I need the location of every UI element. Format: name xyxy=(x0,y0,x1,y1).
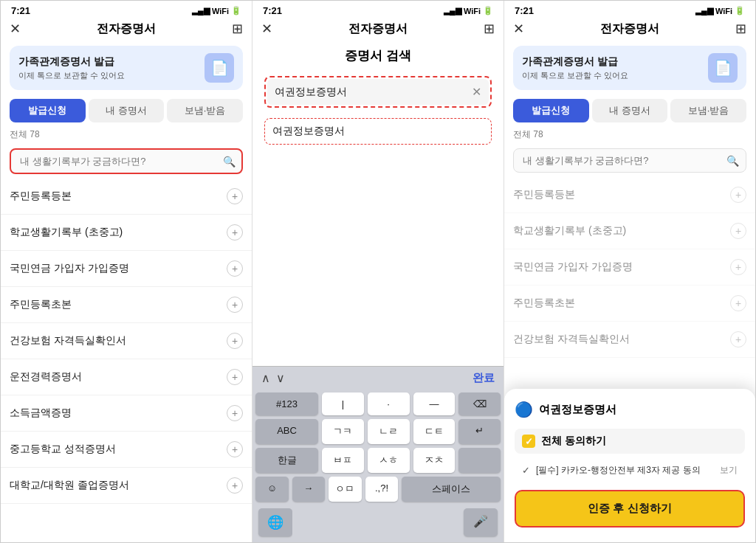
list-item[interactable]: 학교생활기록부 (초중고) + xyxy=(1,215,252,251)
agree-view-link[interactable]: 보기 xyxy=(720,464,738,477)
plus-icon[interactable]: + xyxy=(227,188,243,204)
spacer xyxy=(252,151,504,366)
plus-icon[interactable]: + xyxy=(227,405,243,421)
plus-icon[interactable]: + xyxy=(227,297,243,313)
qr-icon-2[interactable]: ⊞ xyxy=(484,21,495,37)
nav-bar-3: ✕ 전자증명서 ⊞ xyxy=(504,18,755,41)
search-input-1[interactable] xyxy=(10,148,243,174)
kb-key-emoji[interactable]: ☺ xyxy=(255,477,289,502)
auth-submit-button[interactable]: 인증 후 신청하기 xyxy=(515,490,745,528)
kb-key-pipe[interactable]: | xyxy=(322,392,364,415)
battery-icon: 🔋 xyxy=(231,6,241,15)
kb-key-space[interactable]: 스페이스 xyxy=(402,477,501,502)
list-item[interactable]: 건강보험 자격득실확인서 + xyxy=(504,322,755,358)
plus-icon[interactable]: + xyxy=(227,260,243,277)
plus-icon[interactable]: + xyxy=(227,441,243,457)
kb-key-empty xyxy=(458,448,501,473)
banner-3[interactable]: 가족관계증명서 발급 이제 톡으로 보관할 수 있어요 📄 xyxy=(513,46,746,90)
chevron-down-icon[interactable]: ∨ xyxy=(276,371,285,385)
status-time-2: 7:21 xyxy=(263,5,282,16)
modal-agree-all[interactable]: ✓ 전체 동의하기 xyxy=(515,429,745,454)
list-item[interactable]: 국민연금 가입자 가입증명 + xyxy=(504,249,755,286)
search-icon-3: 🔍 xyxy=(726,155,739,167)
kb-key-backspace[interactable]: ⌫ xyxy=(458,392,501,415)
kb-key-hangul[interactable]: 한글 xyxy=(255,448,318,473)
modal-header: 🔵 여권정보증명서 xyxy=(515,401,745,418)
modal-agree-required: ✓ [필수] 카카오-행정안전부 제3자 제공 동의 보기 xyxy=(515,460,745,481)
modal-title: 여권정보증명서 xyxy=(539,403,616,417)
search-page-title: 증명서 검색 xyxy=(252,41,504,72)
kb-key-jch[interactable]: ㅈㅊ xyxy=(413,448,456,473)
kb-key-globe[interactable]: 🌐 xyxy=(258,508,292,536)
list-item[interactable]: 주민등록등본 + xyxy=(1,179,252,215)
nav-title-1: 전자증명서 xyxy=(97,21,156,37)
chevron-up-icon[interactable]: ∧ xyxy=(261,371,270,385)
checkbox-all-checked[interactable]: ✓ xyxy=(522,435,535,448)
list-item[interactable]: 건강보험 자격득실확인서 + xyxy=(1,323,252,359)
tab-my-1[interactable]: 내 증명서 xyxy=(89,99,165,122)
close-button-3[interactable]: ✕ xyxy=(513,21,524,37)
plus-icon[interactable]: + xyxy=(227,369,243,385)
list-item[interactable]: 국민연금 가입자 가입증명 + xyxy=(1,251,252,287)
agree-required-text: [필수] 카카오-행정안전부 제3자 제공 동의 xyxy=(536,464,701,477)
kb-key-hash[interactable]: #123 xyxy=(255,392,318,415)
close-button-2[interactable]: ✕ xyxy=(261,21,272,37)
tab-sent-1[interactable]: 보냄·받음 xyxy=(167,99,243,122)
kb-row-4: ☺ → ㅇㅁ .,?! 스페이스 xyxy=(255,477,501,502)
list-item[interactable]: 운전경력증명서 + xyxy=(1,359,252,395)
plus-icon[interactable]: + xyxy=(730,187,746,203)
list-item[interactable]: 소득금액증명 + xyxy=(1,395,252,432)
kb-key-punct[interactable]: .,?! xyxy=(365,477,399,502)
plus-icon[interactable]: + xyxy=(227,224,243,241)
kb-key-mic[interactable]: 🎤 xyxy=(464,508,498,536)
signal-icon: ▂▄▆ xyxy=(444,6,461,15)
status-bar-3: 7:21 ▂▄▆ WiFi 🔋 xyxy=(504,1,755,18)
search-field-inner[interactable]: 여권정보증명서 ✕ xyxy=(267,79,489,105)
list-item[interactable]: 학교생활기록부 (초중고) + xyxy=(504,213,755,249)
status-icons-3: ▂▄▆ WiFi 🔋 xyxy=(695,6,745,15)
banner-1[interactable]: 가족관계증명서 발급 이제 톡으로 보관할 수 있어요 📄 xyxy=(10,46,243,90)
kb-key-kk[interactable]: ㄱㅋ xyxy=(322,419,364,444)
kb-key-om[interactable]: ㅇㅁ xyxy=(329,477,362,502)
tab-issue-1[interactable]: 발급신청 xyxy=(10,99,86,122)
keyboard: #123 | · — ⌫ ABC ㄱㅋ ㄴㄹ ㄷㅌ ↵ 한글 ㅂㅍ ㅅㅎ ㅈㅊ xyxy=(252,390,504,542)
status-time-1: 7:21 xyxy=(11,5,30,16)
kb-key-nr[interactable]: ㄴㄹ xyxy=(368,419,410,444)
plus-icon[interactable]: + xyxy=(730,295,746,311)
banner-icon-1: 📄 xyxy=(205,53,234,83)
plus-icon[interactable]: + xyxy=(227,477,243,494)
plus-icon[interactable]: + xyxy=(227,333,243,349)
kb-key-sh[interactable]: ㅅㅎ xyxy=(368,448,410,473)
kb-key-arrow[interactable]: → xyxy=(292,477,326,502)
kb-key-dot[interactable]: · xyxy=(368,392,410,415)
kb-key-dt[interactable]: ㄷㅌ xyxy=(413,419,456,444)
kb-key-enter[interactable]: ↵ xyxy=(458,419,501,444)
battery-icon: 🔋 xyxy=(483,6,493,15)
search-result-item[interactable]: 여권정보증명서 xyxy=(264,118,492,145)
list-item[interactable]: 주민등록초본 + xyxy=(504,286,755,322)
tab-sent-3[interactable]: 보냄·받음 xyxy=(670,99,746,122)
list-item[interactable]: 대학교/대학원 졸업증명서 + xyxy=(1,468,252,504)
qr-icon-3[interactable]: ⊞ xyxy=(735,21,746,37)
keyboard-done-button[interactable]: 완료 xyxy=(472,371,495,385)
signal-icon: ▂▄▆ xyxy=(192,6,210,15)
search-input-3[interactable] xyxy=(513,148,746,173)
search-clear-icon[interactable]: ✕ xyxy=(472,85,481,99)
list-item[interactable]: 중고등학교 성적증명서 + xyxy=(1,432,252,468)
tab-my-3[interactable]: 내 증명서 xyxy=(592,99,668,122)
list-item[interactable]: 주민등록초본 + xyxy=(1,287,252,323)
kb-key-abc[interactable]: ABC xyxy=(255,419,318,444)
keyboard-toolbar-left: ∧ ∨ xyxy=(261,371,285,385)
kakao-logo-icon: 🔵 xyxy=(515,401,533,418)
tab-issue-3[interactable]: 발급신청 xyxy=(513,99,589,122)
list-item[interactable]: 주민등록등본 + xyxy=(504,177,755,213)
keyboard-toolbar: ∧ ∨ 완료 xyxy=(252,366,504,390)
plus-icon[interactable]: + xyxy=(730,259,746,275)
plus-icon[interactable]: + xyxy=(730,223,746,239)
plus-icon[interactable]: + xyxy=(730,331,746,347)
close-button-1[interactable]: ✕ xyxy=(10,21,21,37)
qr-icon-1[interactable]: ⊞ xyxy=(232,21,243,37)
search-field-value: 여권정보증명서 xyxy=(275,86,472,99)
kb-key-dash[interactable]: — xyxy=(413,392,456,415)
kb-key-bp[interactable]: ㅂㅍ xyxy=(322,448,364,473)
